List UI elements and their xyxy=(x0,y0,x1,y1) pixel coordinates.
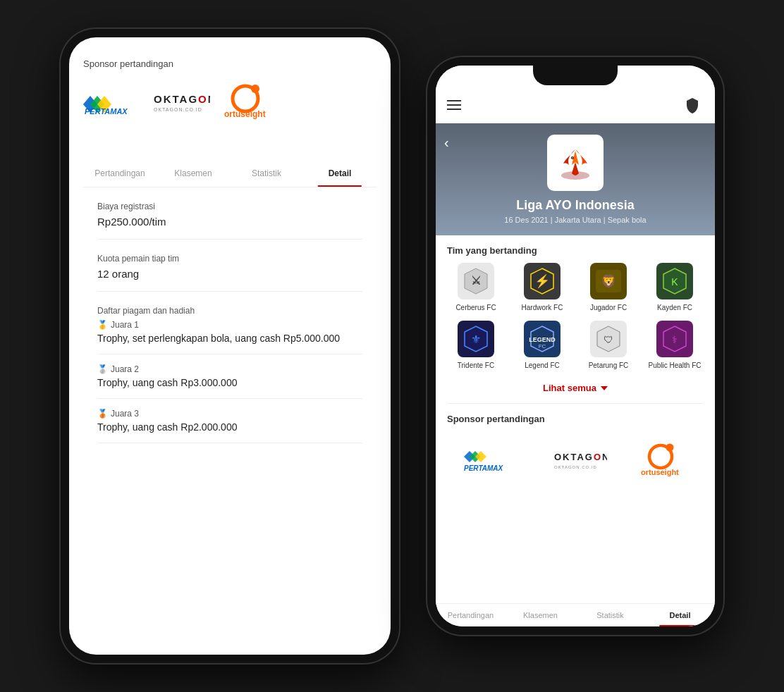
team-cerberus[interactable]: ⚔ Cerberus FC xyxy=(447,263,505,312)
tab-statistik-right[interactable]: Statistik xyxy=(575,604,645,626)
left-phone: Sponsor pertandingan PERTAMAX xyxy=(61,29,399,663)
notch xyxy=(533,66,618,85)
badge-legend: LEGEND FC xyxy=(524,321,561,357)
shield-icon[interactable] xyxy=(681,94,704,116)
team-cerberus-name: Cerberus FC xyxy=(455,304,496,312)
svg-point-11 xyxy=(572,157,573,159)
prize-2: 🥈 Juara 2 Trophy, uang cash Rp3.000.000 xyxy=(97,364,362,399)
svg-text:🛡: 🛡 xyxy=(604,334,613,345)
team-hardwork-name: Hardwork FC xyxy=(522,304,563,312)
svg-text:🦁: 🦁 xyxy=(601,273,617,289)
svg-text:ortuseight: ortuseight xyxy=(224,109,266,119)
oktagon-logo-right: OKTAGON OKTAGON.CO.ID xyxy=(554,449,607,476)
svg-text:PERTAMAX: PERTAMAX xyxy=(464,464,504,472)
main-content: Tim yang bertanding ⚔ Cerberus FC xyxy=(436,235,715,603)
tabs-bar-left: Pertandingan Klasemen Statistik Detail xyxy=(83,160,376,187)
team-publichealth-name: Public Health FC xyxy=(648,362,701,370)
svg-text:OKTAGON: OKTAGON xyxy=(554,452,607,462)
teams-grid: ⚔ Cerberus FC ⚡ xyxy=(436,263,715,377)
see-all-label: Lihat semua xyxy=(543,383,596,393)
svg-text:ortuseight: ortuseight xyxy=(641,468,679,476)
team-publichealth[interactable]: ⚕ Public Health FC xyxy=(646,321,704,370)
svg-point-7 xyxy=(251,85,259,93)
tab-pertandingan-left[interactable]: Pertandingan xyxy=(83,160,157,187)
prize-1: 🥇 Juara 1 Trophy, set perlengkapan bola,… xyxy=(97,320,362,354)
team-legend[interactable]: LEGEND FC Legend FC xyxy=(513,321,571,370)
pertamax-logo: PERTAMAX xyxy=(83,93,140,116)
tab-klasemen-right[interactable]: Klasemen xyxy=(506,604,575,626)
badge-kayden: K xyxy=(656,263,693,299)
svg-point-36 xyxy=(666,444,674,452)
badge-tridente: ⚜ xyxy=(458,321,494,357)
back-button[interactable]: ‹ xyxy=(444,135,449,151)
league-meta: 16 Des 2021 | Jakarta Utara | Sepak bola xyxy=(504,216,646,224)
svg-text:OKTAGON.CO.ID: OKTAGON.CO.ID xyxy=(554,465,597,469)
team-hardwork[interactable]: ⚡ Hardwork FC xyxy=(513,263,571,312)
league-name: Liga AYO Indonesia xyxy=(516,198,635,213)
team-petarung[interactable]: 🛡 Petarung FC xyxy=(580,321,637,370)
detail-content: Biaya registrasi Rp250.000/tim Kuota pem… xyxy=(83,187,376,493)
team-jugador-name: Jugador FC xyxy=(590,304,627,312)
ortuseight-logo-right: ortuseight xyxy=(641,443,687,482)
see-all-button[interactable]: Lihat semua xyxy=(436,377,715,403)
svg-text:⚔: ⚔ xyxy=(471,275,481,287)
team-kayden[interactable]: K Kayden FC xyxy=(646,263,704,312)
ortuseight-svg: ortuseight xyxy=(224,83,274,122)
pertamax-logo-right: PERTAMAX xyxy=(464,450,520,475)
teams-section-title: Tim yang bertanding xyxy=(436,235,715,263)
prizes-field: Daftar piagam dan hadiah 🥇 Juara 1 Troph… xyxy=(97,306,362,464)
hamburger-icon[interactable] xyxy=(447,100,461,110)
right-phone: ‹ Liga AYO Indonesia xyxy=(427,57,723,635)
pertamax-svg: PERTAMAX xyxy=(83,93,140,116)
team-petarung-name: Petarung FC xyxy=(589,362,629,370)
svg-text:FC: FC xyxy=(539,343,546,350)
tab-detail-right[interactable]: Detail xyxy=(645,604,715,626)
badge-jugador: 🦁 xyxy=(590,263,627,299)
svg-text:⚕: ⚕ xyxy=(672,334,678,345)
chevron-down-icon xyxy=(601,386,608,390)
oktagon-logo: OKTAGON OKTAGON.CO.ID xyxy=(154,90,210,118)
sponsor-title-right: Sponsor pertandingan xyxy=(436,404,715,431)
hero-section: ‹ Liga AYO Indonesia xyxy=(436,123,715,235)
oktagon-svg: OKTAGON OKTAGON.CO.ID xyxy=(154,90,210,116)
tab-statistik-left[interactable]: Statistik xyxy=(230,160,303,187)
bottom-tabs-right: Pertandingan Klasemen Statistik Detail xyxy=(436,603,715,626)
prize-3: 🥉 Juara 3 Trophy, uang cash Rp2.000.000 xyxy=(97,409,362,443)
svg-text:⚜: ⚜ xyxy=(471,333,481,345)
sponsor-title-left: Sponsor pertandingan xyxy=(83,58,376,69)
registration-field: Biaya registrasi Rp250.000/tim xyxy=(97,202,362,240)
badge-petarung: 🛡 xyxy=(590,321,627,357)
svg-text:⚡: ⚡ xyxy=(534,273,551,289)
badge-hardwork: ⚡ xyxy=(524,263,561,299)
team-kayden-name: Kayden FC xyxy=(657,304,692,312)
team-tridente[interactable]: ⚜ Tridente FC xyxy=(447,321,505,370)
tab-klasemen-left[interactable]: Klasemen xyxy=(157,160,230,187)
badge-cerberus: ⚔ xyxy=(458,263,494,299)
svg-text:PERTAMAX: PERTAMAX xyxy=(85,107,128,116)
team-legend-name: Legend FC xyxy=(525,362,559,370)
badge-publichealth: ⚕ xyxy=(656,321,693,357)
svg-text:OKTAGON.CO.ID: OKTAGON.CO.ID xyxy=(154,107,202,112)
sponsors-row-right: PERTAMAX OKTAGON OKTAGON.CO.ID xyxy=(436,431,715,493)
sponsors-row-left: PERTAMAX OKTAGON OKTAGON.CO.ID xyxy=(83,83,376,139)
svg-text:OKTAGON: OKTAGON xyxy=(154,93,210,105)
tab-detail-left[interactable]: Detail xyxy=(303,160,376,187)
ortuseight-logo: ortuseight xyxy=(224,83,274,125)
svg-text:LEGEND: LEGEND xyxy=(529,336,556,343)
tab-pertandingan-right[interactable]: Pertandingan xyxy=(436,604,506,626)
quota-field: Kuota pemain tiap tim 12 orang xyxy=(97,254,362,292)
team-jugador[interactable]: 🦁 Jugador FC xyxy=(580,263,637,312)
team-tridente-name: Tridente FC xyxy=(458,362,494,370)
league-logo xyxy=(547,135,604,191)
svg-text:K: K xyxy=(671,276,678,288)
